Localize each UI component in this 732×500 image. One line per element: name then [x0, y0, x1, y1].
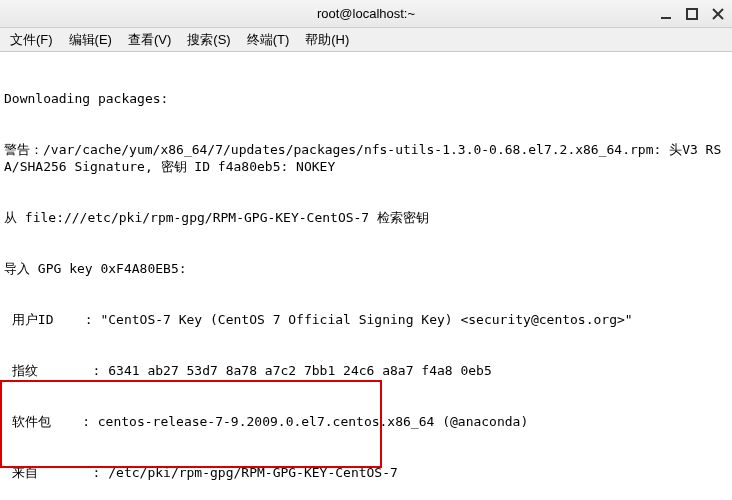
output-line: 用户ID : "CentOS-7 Key (CentOS 7 Official …	[4, 311, 728, 328]
menu-view[interactable]: 查看(V)	[124, 29, 175, 51]
output-line: 来自 : /etc/pki/rpm-gpg/RPM-GPG-KEY-CentOS…	[4, 464, 728, 481]
maximize-icon	[686, 8, 698, 20]
close-icon	[712, 8, 724, 20]
output-line: 从 file:///etc/pki/rpm-gpg/RPM-GPG-KEY-Ce…	[4, 209, 728, 226]
menu-help[interactable]: 帮助(H)	[301, 29, 353, 51]
window-controls	[658, 6, 726, 22]
menu-edit[interactable]: 编辑(E)	[65, 29, 116, 51]
menu-search[interactable]: 搜索(S)	[183, 29, 234, 51]
window-title: root@localhost:~	[317, 6, 415, 21]
output-line: 警告：/var/cache/yum/x86_64/7/updates/packa…	[4, 141, 728, 175]
menu-terminal[interactable]: 终端(T)	[243, 29, 294, 51]
minimize-button[interactable]	[658, 6, 674, 22]
output-line: 导入 GPG key 0xF4A80EB5:	[4, 260, 728, 277]
maximize-button[interactable]	[684, 6, 700, 22]
close-button[interactable]	[710, 6, 726, 22]
svg-rect-1	[687, 9, 697, 19]
menubar: 文件(F) 编辑(E) 查看(V) 搜索(S) 终端(T) 帮助(H)	[0, 28, 732, 52]
output-line: 指纹 : 6341 ab27 53d7 8a78 a7c2 7bb1 24c6 …	[4, 362, 728, 379]
terminal-output[interactable]: Downloading packages: 警告：/var/cache/yum/…	[0, 52, 732, 500]
output-line: Downloading packages:	[4, 90, 728, 107]
minimize-icon	[660, 8, 672, 20]
menu-file[interactable]: 文件(F)	[6, 29, 57, 51]
window-titlebar: root@localhost:~	[0, 0, 732, 28]
output-line: 软件包 : centos-release-7-9.2009.0.el7.cent…	[4, 413, 728, 430]
